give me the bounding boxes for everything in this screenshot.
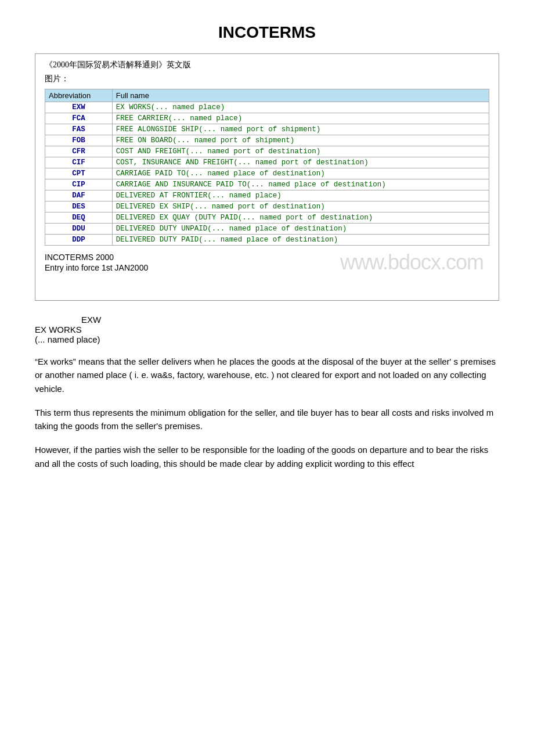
fullname-cell: FREE ALONGSIDE SHIP(... named port of sh… bbox=[112, 124, 489, 135]
fullname-cell: FREE ON BOARD(... named port of shipment… bbox=[112, 135, 489, 146]
table-row: CIPCARRIAGE AND INSURANCE PAID TO(... na… bbox=[45, 179, 489, 190]
fullname-cell: DELIVERED DUTY PAID(... named place of d… bbox=[112, 235, 489, 246]
paragraph-2: This term thus represents the minimum ob… bbox=[35, 406, 499, 433]
table-row: EXWEX WORKS(... named place) bbox=[45, 102, 489, 113]
abbr-cell: FAS bbox=[45, 124, 113, 135]
col-fullname: Full name bbox=[112, 89, 489, 102]
fullname-cell: FREE CARRIER(... named place) bbox=[112, 113, 489, 124]
table-row: DDUDELIVERED DUTY UNPAID(... named place… bbox=[45, 224, 489, 235]
fullname-cell: EX WORKS(... named place) bbox=[112, 102, 489, 113]
table-row: CIFCOST, INSURANCE AND FREIGHT(... named… bbox=[45, 157, 489, 168]
footer-line2: Entry into force 1st JAN2000 bbox=[45, 263, 489, 272]
paragraph-1: “Ex works” means that the seller deliver… bbox=[35, 355, 499, 395]
footer-line1: INCOTERMS 2000 bbox=[45, 253, 489, 262]
fullname-cell: CARRIAGE AND INSURANCE PAID TO(... named… bbox=[112, 179, 489, 190]
abbr-cell: DAF bbox=[45, 190, 113, 201]
table-row: DDPDELIVERED DUTY PAID(... named place o… bbox=[45, 235, 489, 246]
paragraph-3: However, if the parties wish the seller … bbox=[35, 443, 499, 470]
fullname-cell: CARRIAGE PAID TO(... named place of dest… bbox=[112, 168, 489, 179]
page-title: INCOTERMS bbox=[35, 23, 499, 42]
table-row: FCAFREE CARRIER(... named place) bbox=[45, 113, 489, 124]
doc-subtitle: 《2000年国际贸易术语解释通则》英文版 bbox=[45, 60, 489, 70]
table-row: CFRCOST AND FREIGHT(... named port of de… bbox=[45, 146, 489, 157]
incoterms-table: Abbreviation Full name EXWEX WORKS(... n… bbox=[45, 89, 489, 246]
fullname-cell: DELIVERED EX QUAY (DUTY PAID(... named p… bbox=[112, 213, 489, 224]
empty-area-2 bbox=[45, 282, 489, 291]
image-label: 图片： bbox=[45, 74, 489, 84]
fullname-cell: DELIVERED DUTY UNPAID(... named place of… bbox=[112, 224, 489, 235]
fullname-cell: COST, INSURANCE AND FREIGHT(... named po… bbox=[112, 157, 489, 168]
abbr-cell: CIF bbox=[45, 157, 113, 168]
document-box: 《2000年国际贸易术语解释通则》英文版 图片： Abbreviation Fu… bbox=[35, 53, 499, 301]
section-indent-label: EXW bbox=[81, 315, 499, 325]
empty-area-1 bbox=[45, 272, 489, 282]
fullname-cell: DELIVERED AT FRONTIER(... named place) bbox=[112, 190, 489, 201]
section-title: EX WORKS bbox=[35, 325, 499, 334]
table-row: DESDELIVERED EX SHIP(... named port of d… bbox=[45, 201, 489, 213]
abbr-cell: CIP bbox=[45, 179, 113, 190]
doc-footer: INCOTERMS 2000 Entry into force 1st JAN2… bbox=[45, 253, 489, 272]
abbr-cell: EXW bbox=[45, 102, 113, 113]
abbr-cell: DEQ bbox=[45, 213, 113, 224]
table-row: DEQDELIVERED EX QUAY (DUTY PAID(... name… bbox=[45, 213, 489, 224]
table-row: FASFREE ALONGSIDE SHIP(... named port of… bbox=[45, 124, 489, 135]
fullname-cell: DELIVERED EX SHIP(... named port of dest… bbox=[112, 201, 489, 213]
abbr-cell: CFR bbox=[45, 146, 113, 157]
section-subtitle: (... named place) bbox=[35, 334, 499, 344]
table-row: FOBFREE ON BOARD(... named port of shipm… bbox=[45, 135, 489, 146]
abbr-cell: FCA bbox=[45, 113, 113, 124]
fullname-cell: COST AND FREIGHT(... named port of desti… bbox=[112, 146, 489, 157]
table-row: CPTCARRIAGE PAID TO(... named place of d… bbox=[45, 168, 489, 179]
abbr-cell: FOB bbox=[45, 135, 113, 146]
abbr-cell: DES bbox=[45, 201, 113, 213]
abbr-cell: DDP bbox=[45, 235, 113, 246]
col-abbreviation: Abbreviation bbox=[45, 89, 113, 102]
abbr-cell: CPT bbox=[45, 168, 113, 179]
abbr-cell: DDU bbox=[45, 224, 113, 235]
table-row: DAFDELIVERED AT FRONTIER(... named place… bbox=[45, 190, 489, 201]
